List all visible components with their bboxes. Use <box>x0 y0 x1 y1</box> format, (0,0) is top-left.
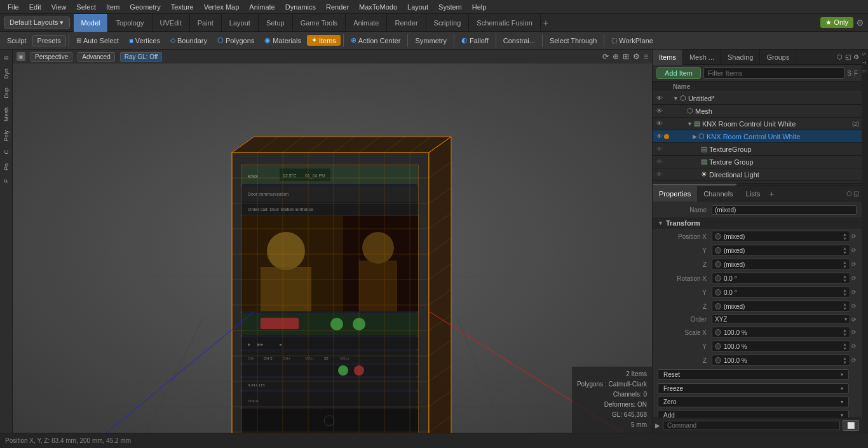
layout-tab-layout[interactable]: Layout <box>222 14 259 32</box>
prop-order-dropdown[interactable]: XYZ ▾ <box>712 315 850 324</box>
prop-rotation-y-reset[interactable]: ⟳ <box>851 289 857 295</box>
prop-scale-x-reset[interactable]: ⟳ <box>851 329 857 336</box>
menu-render[interactable]: Render <box>321 2 354 12</box>
tree-eye-light[interactable]: 👁 <box>655 170 664 179</box>
prop-freeze-button[interactable]: Freeze ▾ <box>658 383 849 394</box>
prop-scale-z-reset[interactable]: ⟳ <box>851 357 857 363</box>
perspective-button[interactable]: Perspective <box>31 52 72 62</box>
viewport-icon-fit[interactable]: ⊞ <box>623 52 629 61</box>
items-filter-icon[interactable]: F <box>854 70 858 77</box>
props-tab-properties[interactable]: Properties <box>653 186 697 201</box>
prop-rotation-x-value[interactable]: 0.0 ° ▲▼ <box>712 273 850 284</box>
left-tab-po[interactable]: Po <box>2 160 11 174</box>
raygl-button[interactable]: Ray GL: Off <box>120 52 163 62</box>
add-item-button[interactable]: Add Item <box>656 67 701 79</box>
prop-position-z-reset[interactable]: ⟳ <box>851 261 857 268</box>
layout-tab-scripting[interactable]: Scripting <box>426 14 470 32</box>
tree-item-untitled[interactable]: 👁 ▼ ⬡ Untitled* <box>653 92 862 105</box>
falloff-button[interactable]: ◐ Falloff <box>457 35 493 46</box>
star-only-badge[interactable]: ★ Only <box>820 17 853 28</box>
command-expand-icon[interactable]: ▶ <box>655 422 660 429</box>
prop-position-x-value[interactable]: (mixed) ▲▼ <box>712 231 850 242</box>
menu-animate[interactable]: Animate <box>244 2 280 12</box>
menu-maxtomodo[interactable]: MaxToModo <box>354 2 402 12</box>
select-through-button[interactable]: Select Through <box>545 36 601 46</box>
layout-tab-render[interactable]: Render <box>387 14 426 32</box>
viewport-icon-rotate[interactable]: ⟳ <box>602 52 609 61</box>
viewport[interactable]: ▣ Perspective Advanced Ray GL: Off ⟳ ⊕ ⊞… <box>13 50 652 433</box>
layout-tab-gametools[interactable]: Game Tools <box>293 14 346 32</box>
prop-scale-y-reset[interactable]: ⟳ <box>851 343 857 350</box>
prop-position-x-reset[interactable]: ⟳ <box>851 233 857 240</box>
viewport-icon-more[interactable]: ≡ <box>644 52 648 61</box>
props-add-button[interactable]: + <box>769 189 774 199</box>
layout-tab-paint[interactable]: Paint <box>190 14 222 32</box>
items-sort-icon[interactable]: S <box>847 70 851 77</box>
command-run-icon[interactable]: ⬜ <box>843 420 859 431</box>
work-plane-button[interactable]: ⬚ WorkPlane <box>607 36 658 46</box>
tree-item-mesh[interactable]: 👁 ⬡ Mesh <box>653 105 862 118</box>
prop-rotation-x-reset[interactable]: ⟳ <box>851 275 857 282</box>
advanced-button[interactable]: Advanced <box>78 52 114 62</box>
boundary-button[interactable]: ◇ Boundary <box>166 35 212 46</box>
left-tab-dup[interactable]: Dup <box>2 84 11 102</box>
viewport-canvas[interactable]: KNX 12.5°C 01_04 PM Door communication O… <box>13 64 652 433</box>
prop-reset-button[interactable]: Reset ▾ <box>658 369 849 380</box>
panel-collapse-icon[interactable]: ◱ <box>845 53 851 60</box>
menu-item[interactable]: Item <box>101 2 125 12</box>
menu-dynamics[interactable]: Dynamics <box>280 2 321 12</box>
default-layouts-dropdown[interactable]: Default Layouts ▾ <box>4 17 70 29</box>
presets-button[interactable]: Presets <box>32 35 66 46</box>
tree-eye-untitled[interactable]: 👁 <box>655 94 664 103</box>
polygons-button[interactable]: ⬡ Polygons <box>213 35 259 46</box>
prop-scale-z-value[interactable]: 100.0 % ▲▼ <box>712 355 850 366</box>
tree-eye-texture-group[interactable]: 👁 <box>655 145 664 154</box>
transform-section-header[interactable]: ▼ Transform <box>653 217 862 229</box>
layout-tab-schematic[interactable]: Schematic Fusion <box>469 14 540 32</box>
sculpt-button[interactable]: Sculpt <box>3 36 31 46</box>
props-tab-channels[interactable]: Channels <box>697 186 739 201</box>
left-tab-b[interactable]: B <box>2 52 11 64</box>
menu-system[interactable]: System <box>433 2 467 12</box>
layout-tab-animate[interactable]: Animate <box>346 14 387 32</box>
tree-eye-knx[interactable]: 👁 <box>655 132 664 141</box>
tree-eye-mesh[interactable]: 👁 <box>655 107 664 116</box>
tree-item-texture-group2[interactable]: 👁 ▤ Texture Group <box>653 156 862 168</box>
viewport-icon-zoom[interactable]: ⊕ <box>613 52 619 61</box>
prop-add-button[interactable]: Add ▾ <box>658 410 849 417</box>
prop-rotation-y-value[interactable]: 0.0 ° ▲▼ <box>712 287 850 298</box>
viewport-toggle[interactable]: ▣ <box>17 52 25 61</box>
tree-eye-texture-group2[interactable]: 👁 <box>655 158 664 166</box>
tree-eye-knx-group[interactable]: 👁 <box>655 119 664 128</box>
right-tab-items[interactable]: Items <box>653 50 683 65</box>
menu-view[interactable]: View <box>46 2 72 12</box>
left-tab-mesh[interactable]: Mesh <box>2 104 11 125</box>
right-tab-mesh[interactable]: Mesh ... <box>683 50 721 65</box>
menu-vertex-map[interactable]: Vertex Map <box>199 2 245 12</box>
tree-item-texture-group[interactable]: 👁 ▤ TextureGroup <box>653 143 862 156</box>
props-collapse-icon[interactable]: ◱ <box>853 190 859 197</box>
prop-scale-x-value[interactable]: 100.0 % ▲▼ <box>712 327 850 338</box>
menu-file[interactable]: File <box>3 2 24 12</box>
materials-button[interactable]: ◉ Materials <box>260 35 306 46</box>
menu-texture[interactable]: Texture <box>166 2 199 12</box>
right-tab-shading[interactable]: Shading <box>721 50 760 65</box>
prop-rotation-z-value[interactable]: (mixed) ▲▼ <box>712 301 850 312</box>
tree-item-knx-group[interactable]: 👁 ▼ ▤ KNX Room Control Unit White (2) <box>653 118 862 130</box>
left-tab-c[interactable]: C <box>2 146 11 158</box>
prop-position-z-value[interactable]: (mixed) ▲▼ <box>712 259 850 270</box>
menu-edit[interactable]: Edit <box>24 2 46 12</box>
prop-zero-button[interactable]: Zero ▾ <box>658 397 849 407</box>
left-tab-dyn[interactable]: Dyn <box>2 65 11 83</box>
props-tab-lists[interactable]: Lists <box>740 186 767 201</box>
constraints-button[interactable]: Constrai... <box>499 36 539 46</box>
prop-position-y-value[interactable]: (mixed) ▲▼ <box>712 245 850 256</box>
filter-items-input[interactable] <box>703 67 844 79</box>
layout-tab-setup[interactable]: Setup <box>259 14 293 32</box>
auto-select-button[interactable]: ⊞ Auto Select <box>72 36 123 46</box>
items-button[interactable]: ✦ Items <box>307 35 341 46</box>
prop-scale-y-value[interactable]: 100.0 % ▲▼ <box>712 341 850 352</box>
layout-tab-uvedit[interactable]: UVEdit <box>153 14 190 32</box>
tree-item-knx-selected[interactable]: 👁 ▶ ⬡ KNX Room Control Unit White <box>653 130 862 143</box>
left-tab-poly[interactable]: Poly <box>2 126 11 146</box>
